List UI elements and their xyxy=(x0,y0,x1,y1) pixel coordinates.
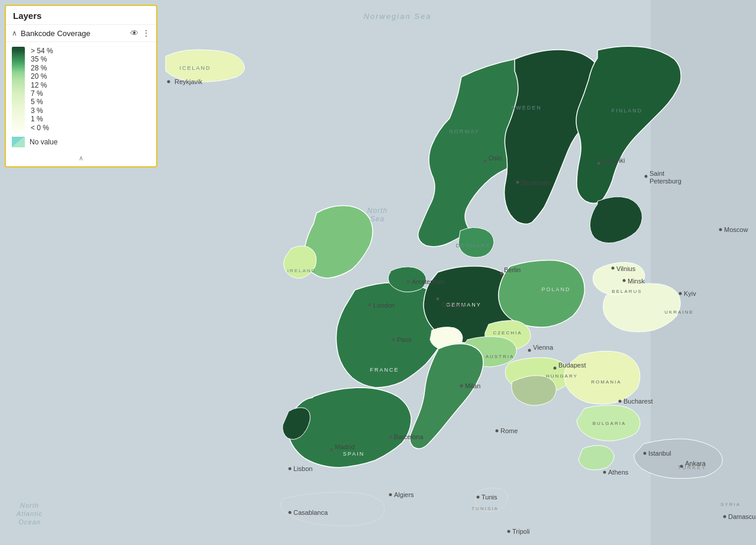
country-label-hungary: HUNGARY xyxy=(546,373,578,379)
city-dot-kyiv xyxy=(679,292,682,295)
city-dot-damascus xyxy=(723,515,726,518)
city-dot-casablanca xyxy=(289,511,292,514)
city-label-madrid: Madrid xyxy=(335,443,355,450)
city-label-algiers: Algiers xyxy=(394,491,414,498)
city-label-milan: Milan xyxy=(465,382,480,389)
city-label-casablanca: Casablanca xyxy=(293,509,328,516)
city-label-vienna: Vienna xyxy=(533,344,554,351)
legend-label-0: > 54 % xyxy=(31,47,150,55)
country-label-denmark: DENMARK xyxy=(455,243,490,249)
legend-label-2: 28 % xyxy=(31,64,150,72)
no-value-label: No value xyxy=(30,138,57,146)
layer-header: ∧ Bankcode Coverage 👁 ⋮ xyxy=(6,25,156,42)
city-label-minsk: Minsk xyxy=(628,278,645,285)
sea-label-atlantic1: North xyxy=(20,502,39,509)
city-label-barcelona: Barcelona xyxy=(394,433,424,440)
no-value-row: No value xyxy=(6,134,156,151)
panel-collapse-button[interactable]: ∧ xyxy=(6,151,156,164)
sea-label-norwegian: Norwegian Sea xyxy=(364,12,432,21)
city-label-ankara: Ankara xyxy=(685,460,706,467)
city-dot-madrid xyxy=(330,449,333,452)
city-dot-minsk xyxy=(623,279,626,282)
country-label-sweden: SWEDEN xyxy=(511,105,542,111)
city-dot-vilnius xyxy=(612,267,615,270)
city-label-kyiv: Kyiv xyxy=(684,290,696,297)
city-dot-amsterdam xyxy=(407,280,410,283)
visibility-icon[interactable]: 👁 xyxy=(130,28,138,38)
country-label-czechia: CZECHIA xyxy=(493,330,522,336)
legend: > 54 % 35 % 28 % 20 % 12 % 7 % 5 % 3 % 1… xyxy=(6,42,156,134)
city-dot-rome xyxy=(496,430,499,433)
city-dot-helsinki xyxy=(597,162,600,165)
sea-label-atlantic2: Atlantic xyxy=(16,510,43,517)
city-dot-london xyxy=(369,304,371,307)
more-options-icon[interactable]: ⋮ xyxy=(142,28,150,38)
city-dot-athens xyxy=(603,471,606,474)
city-label-athens: Athens xyxy=(608,469,629,476)
city-dot-budapest xyxy=(554,367,557,370)
city-label-berlin: Berlin xyxy=(504,266,521,273)
city-dot-reykjavik xyxy=(167,80,170,83)
layers-panel: Layers ∧ Bankcode Coverage 👁 ⋮ > 54 % 35… xyxy=(5,5,157,167)
country-label-finland: FINLAND xyxy=(612,108,643,114)
legend-label-3: 20 % xyxy=(31,72,150,80)
city-label-lisbon: Lisbon xyxy=(293,465,312,472)
country-label-france: FRANCE xyxy=(370,367,399,373)
country-label-ukraine: UKRAINE xyxy=(664,309,694,315)
city-label-tripoli: Tripoli xyxy=(512,528,530,535)
city-dot-moscow xyxy=(719,228,722,231)
legend-label-4: 12 % xyxy=(31,81,150,89)
city-label-tunis: Tunis xyxy=(482,494,497,501)
city-dot-tripoli xyxy=(508,530,511,533)
legend-labels: > 54 % 35 % 28 % 20 % 12 % 7 % 5 % 3 % 1… xyxy=(31,47,150,132)
layer-name: Bankcode Coverage xyxy=(21,29,127,38)
city-label-helsinki: Helsinki xyxy=(602,157,625,164)
legend-label-5: 7 % xyxy=(31,89,150,98)
legend-label-8: 1 % xyxy=(31,115,150,123)
country-label-tunisia: TUNISIA xyxy=(471,506,499,511)
city-dot-bucharest xyxy=(619,400,622,403)
country-label-austria: AUSTRIA xyxy=(486,354,515,359)
city-dot-berlin xyxy=(500,272,503,275)
city-dot-milan xyxy=(460,385,463,388)
city-label-paris: Paris xyxy=(397,336,412,343)
city-dot-paris xyxy=(392,338,395,341)
city-label-vilnius: Vilnius xyxy=(616,265,636,272)
collapse-arrow: ∧ xyxy=(79,154,83,162)
city-dot-tunis xyxy=(477,496,480,499)
legend-label-7: 3 % xyxy=(31,107,150,115)
country-label-iceland: ICELAND xyxy=(179,65,211,71)
country-label-bulgaria: BULGARIA xyxy=(593,421,626,426)
city-label-istanbul: Istanbul xyxy=(648,450,671,457)
sea-label-north2: Sea xyxy=(370,215,385,223)
country-label-syria: SYRIA xyxy=(721,502,741,507)
city-label-stpetersburg2: Petersburg xyxy=(650,178,681,185)
layer-collapse-icon[interactable]: ∧ xyxy=(12,29,17,37)
city-dot-stockholm xyxy=(516,181,519,184)
city-dot-barcelona xyxy=(389,436,392,438)
country-label-belarus: BELARUS xyxy=(612,289,642,294)
no-value-swatch xyxy=(12,137,25,147)
city-label-oslo: Oslo xyxy=(489,154,502,162)
city-dot-vienna xyxy=(528,349,531,352)
city-dot-istanbul xyxy=(644,452,647,455)
sea-label-north: North xyxy=(367,207,387,215)
city-label-moscow: Moscow xyxy=(724,226,748,233)
city-dot-lisbon xyxy=(289,467,292,470)
country-label-ireland: IRELAND xyxy=(287,268,316,273)
sea-label-atlantic3: Ocean xyxy=(18,518,40,525)
city-label-budapest: Budapest xyxy=(558,362,586,369)
city-label-rome: Rome xyxy=(500,427,518,434)
legend-gradient xyxy=(12,47,25,132)
city-dot-oslo xyxy=(484,160,487,163)
country-label-spain: SPAIN xyxy=(343,451,364,457)
legend-label-9: < 0 % xyxy=(31,124,150,132)
country-label-poland: POLAND xyxy=(541,286,570,292)
city-dot-stpetersburg xyxy=(645,175,648,178)
legend-label-1: 35 % xyxy=(31,55,150,63)
country-label-norway: NORWAY xyxy=(449,128,479,134)
city-dot-algiers xyxy=(389,494,392,496)
country-label-romania: ROMANIA xyxy=(591,379,621,385)
city-label-stockholm: Stockholm xyxy=(521,179,551,186)
city-label-damascus: Damascus xyxy=(728,513,756,520)
